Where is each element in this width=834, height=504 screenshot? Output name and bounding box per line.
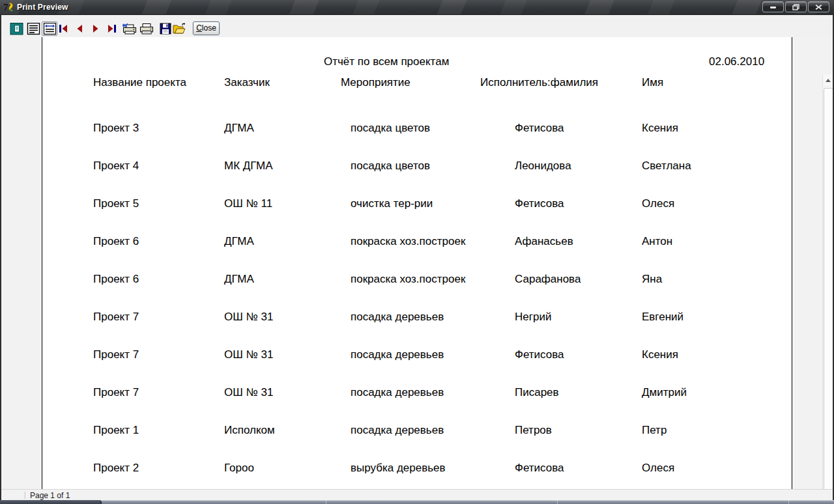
print-button[interactable] (138, 21, 154, 36)
cell-executor-surname: Фетисова (515, 348, 564, 361)
cell-executor-surname: Петров (515, 424, 552, 437)
cell-project-name: Проект 7 (93, 311, 139, 324)
cell-first-name: Петр (642, 424, 667, 437)
cell-activity: посадка цветов (351, 160, 430, 173)
cell-executor-surname: Негрий (515, 311, 551, 324)
taskbar-segment (0, 500, 102, 504)
column-header-first-name: Имя (642, 76, 663, 89)
scroll-up-button[interactable] (823, 74, 833, 87)
minimize-icon (769, 4, 777, 10)
arrow-up-icon (826, 79, 831, 82)
table-row: Проект 1Исполкомпосадка деревьевПетровПе… (42, 424, 792, 437)
status-bar-divider (25, 492, 25, 499)
last-page-button[interactable] (106, 23, 118, 34)
page-indicator: Page 1 of 1 (30, 491, 70, 500)
cell-first-name: Дмитрий (642, 386, 687, 399)
cell-activity: покраска хоз.построек (351, 235, 465, 248)
cell-first-name: Антон (642, 235, 672, 248)
cell-customer: Гороо (224, 462, 254, 475)
preview-area: Отчёт по всем проектам 02.06.2010 Назван… (0, 37, 834, 489)
save-report-icon (160, 23, 171, 35)
previous-page-icon (76, 24, 83, 33)
load-report-button[interactable] (171, 21, 187, 36)
cell-first-name: Евгений (642, 311, 683, 324)
column-header-activity: Мероприятие (341, 76, 410, 89)
column-header-customer: Заказчик (224, 76, 270, 89)
cell-activity: посадка цветов (351, 122, 430, 135)
cell-first-name: Светлана (642, 160, 691, 173)
restore-button[interactable] (785, 1, 807, 12)
next-page-icon (92, 24, 100, 33)
report-date: 02.06.2010 (709, 55, 764, 68)
cell-customer: ОШ № 31 (224, 311, 273, 324)
cell-executor-surname: Писарев (515, 386, 559, 399)
cell-customer: МК ДГМА (224, 160, 273, 173)
cell-customer: ОШ № 31 (224, 386, 273, 399)
scrollbar-thumb[interactable] (824, 88, 833, 504)
cell-executor-surname: Фетисова (515, 462, 564, 475)
cell-executor-surname: Афанасьев (515, 235, 573, 248)
column-header-executor-surname: Исполнитель:фамилия (480, 76, 598, 89)
zoom-to-fit-icon (10, 23, 23, 35)
cell-customer: ДГМА (224, 235, 254, 248)
close-window-button[interactable] (808, 1, 829, 12)
zoom-page-width-button[interactable] (42, 21, 57, 36)
close-preview-button[interactable]: Close (193, 21, 220, 35)
cell-customer: ДГМА (224, 273, 254, 286)
close-icon (815, 4, 822, 10)
cell-customer: Исполком (224, 424, 275, 437)
table-row: Проект 3ДГМАпосадка цветовФетисоваКсения (42, 122, 792, 135)
cell-project-name: Проект 6 (93, 235, 139, 248)
printer-setup-icon (122, 23, 137, 35)
window-controls (762, 1, 829, 12)
previous-page-button[interactable] (74, 23, 85, 34)
cell-activity: посадка деревьев (351, 311, 444, 324)
first-page-button[interactable] (57, 23, 69, 34)
taskbar-strip (0, 500, 834, 504)
delphi7-app-icon: 7 (3, 2, 14, 12)
cell-activity: покраска хоз.построек (351, 273, 465, 286)
cell-project-name: Проект 7 (93, 348, 139, 361)
zoom-to-fit-button[interactable] (8, 21, 24, 36)
cell-project-name: Проект 1 (93, 424, 139, 437)
window-title: Print Preview (17, 3, 68, 12)
taskbar-divider (326, 500, 326, 504)
cell-project-name: Проект 7 (93, 386, 139, 399)
cell-first-name: Олеся (642, 197, 674, 210)
cell-customer: ОШ № 31 (224, 348, 273, 361)
cell-customer: ОШ № 11 (224, 197, 272, 210)
table-row: Проект 4МК ДГМАпосадка цветовЛеонидоваСв… (42, 160, 792, 173)
report-title: Отчёт по всем проектам (324, 55, 449, 68)
first-page-icon (59, 24, 68, 33)
cell-activity: посадка деревьев (351, 348, 444, 361)
table-row: Проект 2Гороовырубка деревьевФетисоваОле… (42, 462, 792, 475)
print-preview-window: 7 Print Preview (0, 0, 834, 504)
cell-first-name: Ксения (642, 122, 678, 135)
printer-setup-button[interactable] (121, 21, 137, 36)
minimize-button[interactable] (762, 1, 784, 12)
status-bar: Page 1 of 1 (0, 489, 834, 501)
taskbar-divider (788, 500, 789, 504)
cell-executor-surname: Сарафанова (515, 273, 581, 286)
vertical-scrollbar[interactable] (822, 74, 833, 504)
load-report-icon (173, 23, 186, 35)
cell-customer: ДГМА (224, 122, 254, 135)
cell-first-name: Ксения (642, 348, 678, 361)
toolbar: Close (0, 15, 834, 38)
zoom-100-button[interactable] (25, 21, 41, 36)
report-page: Отчёт по всем проектам 02.06.2010 Назван… (42, 37, 792, 489)
titlebar: 7 Print Preview (0, 0, 834, 15)
cell-activity: вырубка деревьев (351, 462, 446, 475)
svg-text:7: 7 (3, 2, 8, 12)
cell-first-name: Олеся (642, 462, 674, 475)
cell-project-name: Проект 3 (93, 122, 139, 135)
print-icon (139, 23, 154, 35)
table-row: Проект 6ДГМАпокраска хоз.построекАфанась… (42, 235, 792, 248)
cell-project-name: Проект 5 (93, 197, 139, 210)
cell-project-name: Проект 2 (93, 462, 139, 475)
next-page-button[interactable] (90, 23, 102, 34)
table-row: Проект 7ОШ № 31посадка деревьевНегрийЕвг… (42, 311, 792, 324)
column-header-project-name: Название проекта (93, 76, 186, 89)
table-row: Проект 7ОШ № 31посадка деревьевПисаревДм… (42, 386, 792, 399)
cell-project-name: Проект 4 (93, 160, 139, 173)
